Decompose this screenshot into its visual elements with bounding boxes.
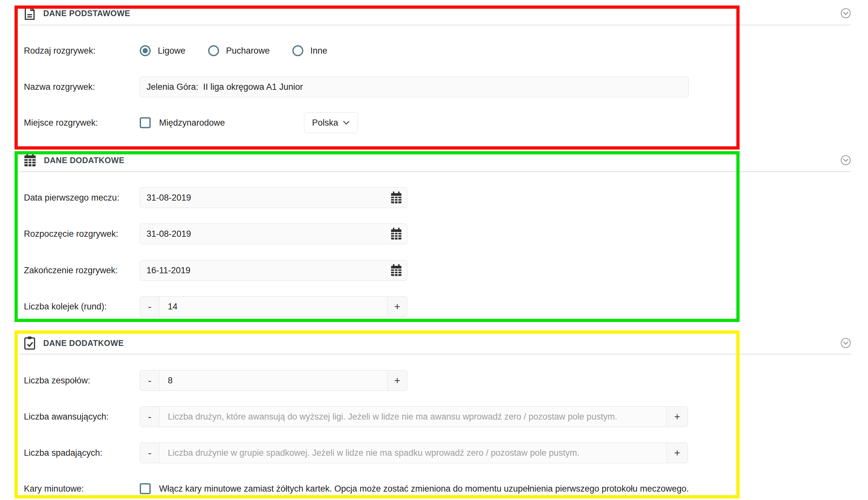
competition-settings-form: DANE PODSTAWOWE Rodzaj rozgrywek: Ligowe…	[0, 0, 868, 500]
row-rodzaj-rozgrywek: Rodzaj rozgrywek: Ligowe Pucharowe Inne	[0, 41, 868, 61]
liczba-awansujacych-stepper: - +	[140, 406, 688, 427]
rozpoczecie-rozgrywek-input[interactable]	[140, 224, 407, 244]
clipboard-check-icon	[24, 336, 35, 350]
radio-ligowe[interactable]	[140, 45, 151, 56]
field-label-miejsce: Miejsce rozgrywek:	[0, 118, 140, 128]
field-label-liczba-awansujacych: Liczba awansujących:	[0, 412, 140, 422]
liczba-kolejek-input[interactable]	[160, 296, 387, 317]
date-field	[140, 188, 407, 208]
section-divider	[19, 171, 851, 172]
country-dropdown[interactable]: Polska	[304, 112, 358, 133]
field-label-kary-minutowe: Kary minutowe:	[0, 484, 140, 494]
date-field	[140, 260, 407, 281]
field-label-zakonczenie: Zakończenie rozgrywek:	[0, 265, 140, 275]
row-liczba-zespolow: Liczba zespołów: - +	[0, 370, 868, 391]
liczba-zespolow-stepper: - +	[140, 370, 407, 391]
date-field	[140, 224, 407, 244]
increment-button[interactable]: +	[666, 443, 688, 463]
increment-button[interactable]: +	[387, 371, 407, 390]
section-dane-dodatkowe-daty: DANE DODATKOWE Data pierwszego meczu: Ro…	[0, 151, 868, 330]
row-miejsce-rozgrywek: Miejsce rozgrywek: Międzynarodowe Polska	[0, 112, 868, 133]
kary-minutowe-description[interactable]: Włącz kary minutowe zamiast żółtych kart…	[159, 484, 689, 494]
liczba-zespolow-input[interactable]	[160, 371, 387, 390]
liczba-kolejek-stepper: - +	[140, 296, 407, 317]
radio-inne[interactable]	[292, 45, 303, 56]
zakonczenie-rozgrywek-input[interactable]	[140, 260, 407, 281]
miedzynarodowe-checkbox[interactable]	[140, 117, 151, 128]
decrement-button[interactable]: -	[140, 407, 160, 427]
section-header: DANE DODATKOWE	[24, 151, 125, 169]
section-dane-dodatkowe-zespoly: DANE DODATKOWE Liczba zespołów: - + Licz…	[0, 330, 868, 500]
row-kary-minutowe: Kary minutowe: Włącz kary minutowe zamia…	[0, 478, 868, 499]
collapse-section-icon[interactable]	[840, 8, 851, 19]
section-title: DANE DODATKOWE	[44, 156, 125, 165]
row-zakonczenie-rozgrywek: Zakończenie rozgrywek:	[0, 260, 868, 281]
radio-pucharowe[interactable]	[208, 45, 219, 56]
field-label-data-pierwszego: Data pierwszego meczu:	[0, 193, 140, 203]
row-liczba-kolejek: Liczba kolejek (rund): - +	[0, 296, 868, 317]
nazwa-rozgrywek-input[interactable]	[140, 77, 689, 97]
document-icon	[24, 7, 35, 20]
miedzynarodowe-label[interactable]: Międzynarodowe	[159, 118, 225, 128]
section-title: DANE PODSTAWOWE	[43, 9, 130, 18]
row-data-pierwszego-meczu: Data pierwszego meczu:	[0, 188, 868, 208]
section-header: DANE DODATKOWE	[24, 334, 124, 352]
section-header: DANE PODSTAWOWE	[24, 4, 130, 22]
row-nazwa-rozgrywek: Nazwa rozgrywek:	[0, 77, 868, 97]
radio-label-pucharowe[interactable]: Pucharowe	[226, 46, 270, 56]
decrement-button[interactable]: -	[140, 443, 160, 463]
data-pierwszego-meczu-input[interactable]	[140, 188, 407, 208]
field-label-liczba-spadajacych: Liczba spadających:	[0, 448, 140, 458]
increment-button[interactable]: +	[387, 296, 407, 317]
field-label-liczba-zespolow: Liczba zespołów:	[0, 376, 140, 386]
chevron-down-icon	[343, 121, 350, 125]
collapse-section-icon[interactable]	[840, 155, 851, 166]
collapse-section-icon[interactable]	[840, 338, 851, 349]
radio-label-ligowe[interactable]: Ligowe	[158, 46, 186, 56]
row-liczba-awansujacych: Liczba awansujących: - +	[0, 406, 868, 427]
kary-minutowe-checkbox[interactable]	[140, 483, 151, 494]
row-liczba-spadajacych: Liczba spadających: - +	[0, 443, 868, 463]
field-label-rodzaj: Rodzaj rozgrywek:	[0, 46, 140, 56]
field-label-rozpoczecie: Rozpoczęcie rozgrywek:	[0, 229, 140, 239]
liczba-spadajacych-stepper: - +	[140, 443, 688, 463]
section-dane-podstawowe: DANE PODSTAWOWE Rodzaj rozgrywek: Ligowe…	[0, 0, 868, 151]
section-title: DANE DODATKOWE	[43, 339, 124, 348]
field-label-nazwa: Nazwa rozgrywek:	[0, 82, 140, 92]
row-rozpoczecie-rozgrywek: Rozpoczęcie rozgrywek:	[0, 224, 868, 244]
decrement-button[interactable]: -	[140, 371, 160, 390]
radio-group-rodzaj: Ligowe Pucharowe Inne	[140, 45, 350, 56]
country-dropdown-value: Polska	[312, 118, 338, 128]
radio-label-inne[interactable]: Inne	[310, 46, 328, 56]
liczba-spadajacych-input[interactable]	[160, 443, 666, 463]
decrement-button[interactable]: -	[140, 296, 160, 317]
section-divider	[19, 354, 851, 355]
section-divider	[19, 24, 851, 25]
liczba-awansujacych-input[interactable]	[160, 407, 666, 427]
calendar-icon	[24, 154, 36, 167]
field-label-liczba-kolejek: Liczba kolejek (rund):	[0, 302, 140, 312]
increment-button[interactable]: +	[666, 407, 688, 427]
